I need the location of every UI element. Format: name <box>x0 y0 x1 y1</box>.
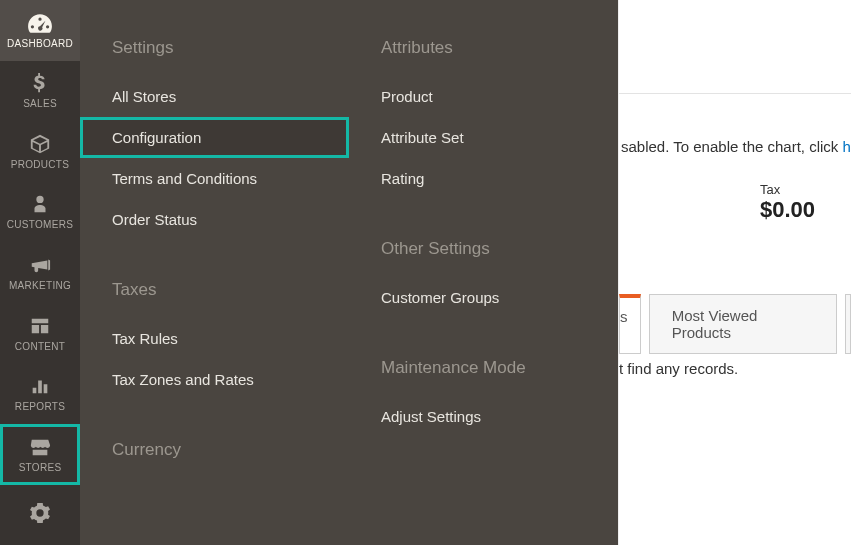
rail-customers[interactable]: CUSTOMERS <box>0 182 80 243</box>
rail-label: STORES <box>19 462 62 473</box>
rail-label: PRODUCTS <box>11 159 70 170</box>
flyout-col-1: Settings All Stores Configuration Terms … <box>80 0 349 545</box>
box-icon <box>27 133 53 155</box>
rail-content[interactable]: CONTENT <box>0 303 80 364</box>
flyout-heading-other-settings: Other Settings <box>349 199 618 277</box>
flyout-heading-currency: Currency <box>80 400 349 478</box>
megaphone-icon <box>27 254 53 276</box>
flyout-heading-taxes: Taxes <box>80 240 349 318</box>
dashboard-tabs: s Most Viewed Products <box>619 294 851 354</box>
bars-icon <box>27 375 53 397</box>
rail-label: CONTENT <box>15 341 65 352</box>
tab-active-partial[interactable]: s <box>619 294 641 354</box>
chart-disabled-message: sabled. To enable the chart, click her <box>619 138 851 155</box>
chart-enable-link[interactable]: her <box>843 138 851 155</box>
admin-rail: DASHBOARD SALES PRODUCTS CUSTOMERS MARKE… <box>0 0 80 545</box>
rail-stores[interactable]: STORES <box>0 424 80 485</box>
tax-summary: Tax $0.00 <box>760 182 815 223</box>
gear-icon <box>27 502 53 524</box>
flyout-heading-attributes: Attributes <box>349 38 618 76</box>
gauge-icon <box>27 12 53 34</box>
storefront-icon <box>27 436 53 458</box>
chart-msg-text: sabled. To enable the chart, click <box>621 138 843 155</box>
flyout-tax-rules[interactable]: Tax Rules <box>80 318 349 359</box>
tab-most-viewed-products[interactable]: Most Viewed Products <box>649 294 837 354</box>
flyout-adjust-settings[interactable]: Adjust Settings <box>349 396 618 437</box>
rail-label: MARKETING <box>9 280 71 291</box>
rail-label: SALES <box>23 98 57 109</box>
flyout-attribute-set[interactable]: Attribute Set <box>349 117 618 158</box>
flyout-terms-conditions[interactable]: Terms and Conditions <box>80 158 349 199</box>
flyout-configuration[interactable]: Configuration <box>80 117 349 158</box>
rail-label: DASHBOARD <box>7 38 73 49</box>
flyout-col-2: Attributes Product Attribute Set Rating … <box>349 0 618 545</box>
flyout-all-stores[interactable]: All Stores <box>80 76 349 117</box>
layout-icon <box>27 315 53 337</box>
flyout-tax-zones-rates[interactable]: Tax Zones and Rates <box>80 359 349 400</box>
no-records-message: t find any records. <box>619 360 738 377</box>
flyout-order-status[interactable]: Order Status <box>80 199 349 240</box>
page-header-area <box>619 0 851 94</box>
rail-reports[interactable]: REPORTS <box>0 363 80 424</box>
flyout-heading-settings: Settings <box>80 38 349 76</box>
rail-system[interactable] <box>0 485 80 546</box>
rail-label: CUSTOMERS <box>7 219 73 230</box>
dollar-icon <box>27 72 53 94</box>
rail-label: REPORTS <box>15 401 65 412</box>
rail-sales[interactable]: SALES <box>0 61 80 122</box>
person-icon <box>27 193 53 215</box>
rail-dashboard[interactable]: DASHBOARD <box>0 0 80 61</box>
tax-label: Tax <box>760 182 815 197</box>
stores-flyout: Settings All Stores Configuration Terms … <box>80 0 618 545</box>
flyout-customer-groups[interactable]: Customer Groups <box>349 277 618 318</box>
tax-value: $0.00 <box>760 197 815 223</box>
main-content: sabled. To enable the chart, click her T… <box>618 0 851 545</box>
flyout-rating[interactable]: Rating <box>349 158 618 199</box>
rail-marketing[interactable]: MARKETING <box>0 242 80 303</box>
flyout-product[interactable]: Product <box>349 76 618 117</box>
rail-products[interactable]: PRODUCTS <box>0 121 80 182</box>
flyout-heading-maintenance: Maintenance Mode <box>349 318 618 396</box>
tab-partial-next[interactable] <box>845 294 851 354</box>
